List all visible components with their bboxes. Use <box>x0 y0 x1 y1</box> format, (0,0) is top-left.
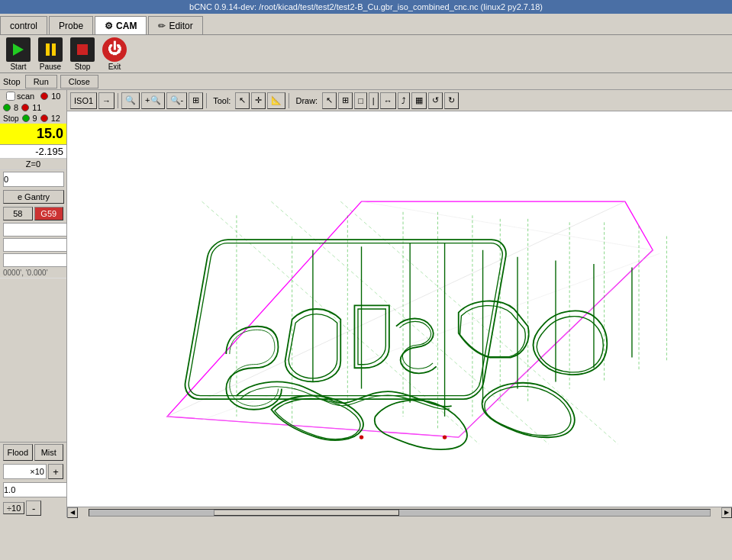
right-content: ISO1 → 🔍 +🔍 🔍- ⊞ Tool: ↖ ✛ 📐 Draw: ↖ ⊞ □… <box>67 90 732 517</box>
scan-row: scan <box>3 91 37 101</box>
flood-mist-row: Flood Mist <box>0 443 66 462</box>
main-canvas <box>67 111 732 507</box>
tab-cam-label: CAM <box>116 21 137 31</box>
start-icon <box>6 37 31 62</box>
svg-rect-0 <box>98 111 701 507</box>
tool-cursor-button[interactable]: ↖ <box>235 92 250 109</box>
tab-editor[interactable]: ✏Editor <box>148 16 202 34</box>
pause-label: Pause <box>40 63 61 71</box>
wcs-g59-button[interactable]: G59 <box>34 207 64 220</box>
led-row-2: 8 11 <box>0 102 66 113</box>
coord-x-display: 15.0 <box>0 124 66 145</box>
svg-point-24 <box>360 435 363 439</box>
pause-button[interactable]: Pause <box>35 36 66 72</box>
tool-cross-button[interactable]: ✛ <box>251 92 266 109</box>
led-8 <box>3 104 11 111</box>
tab-probe-label: Probe <box>59 21 83 31</box>
exit-label: Exit <box>108 63 121 71</box>
step-plus-button[interactable]: + <box>48 464 63 479</box>
mist-button[interactable]: Mist <box>34 444 64 461</box>
play-triangle <box>13 43 24 56</box>
scroll-right-button[interactable]: ▶ <box>721 507 732 518</box>
view-iso1-button[interactable]: ISO1 <box>70 92 97 109</box>
cam-icon: ⚙ <box>105 21 113 31</box>
exit-button[interactable]: ⏻ Exit <box>99 36 130 72</box>
zoom-fit-button[interactable]: 🔍 <box>121 92 140 109</box>
dropdown-3-row: ▼ <box>0 253 66 268</box>
ct-sep-1 <box>118 93 118 108</box>
div-row: ÷10 - <box>0 499 66 517</box>
stop-square <box>77 44 88 55</box>
editor-icon: ✏ <box>158 21 166 31</box>
pause-bars <box>46 43 56 56</box>
draw-fill-button[interactable]: ▦ <box>411 92 427 109</box>
tab-control[interactable]: control <box>0 16 47 34</box>
z-label: Z=0 <box>0 159 66 170</box>
div-minus-button[interactable]: - <box>26 500 41 516</box>
stop-button[interactable]: Stop <box>67 36 98 72</box>
tab-cam[interactable]: ⚙CAM <box>95 16 147 34</box>
dropdown-3-input[interactable] <box>3 253 67 267</box>
led-9 <box>22 114 30 122</box>
coord-input[interactable] <box>3 172 64 187</box>
view-arrow-button[interactable]: → <box>98 92 114 109</box>
zoom-box-button[interactable]: ⊞ <box>189 92 203 109</box>
dropdown-1-input[interactable] <box>3 223 67 237</box>
draw-redo-button[interactable]: ↻ <box>444 92 459 109</box>
run-button[interactable]: Run <box>25 75 57 89</box>
gantry-button[interactable]: e Gantry <box>3 190 64 204</box>
draw-undo-button[interactable]: ↺ <box>428 92 443 109</box>
scroll-thumb[interactable] <box>214 510 400 516</box>
feed-input[interactable] <box>3 482 67 497</box>
draw-line-button[interactable]: | <box>369 92 379 109</box>
h-scrollbar: ◀ ▶ <box>67 507 732 517</box>
draw-move-button[interactable]: ↔ <box>380 92 396 109</box>
close-button[interactable]: Close <box>60 75 98 89</box>
led-row-3: Stop 9 12 <box>0 113 66 124</box>
dropdown-2-input[interactable] <box>3 238 67 252</box>
stop-status-text: Stop <box>3 77 21 86</box>
tab-row: control Probe ⚙CAM ✏Editor <box>0 14 732 35</box>
zoom-in-button[interactable]: +🔍 <box>141 92 164 109</box>
ct-sep-2 <box>206 93 207 108</box>
scan-checkbox[interactable] <box>6 92 15 101</box>
led-11 <box>21 104 29 111</box>
step-x10-label: ×10 <box>30 467 44 476</box>
led-8-val: 8 <box>14 103 18 112</box>
tab-probe[interactable]: Probe <box>49 16 93 34</box>
feed-row: ▼ <box>0 481 66 499</box>
canvas-toolbar: ISO1 → 🔍 +🔍 🔍- ⊞ Tool: ↖ ✛ 📐 Draw: ↖ ⊞ □… <box>67 90 732 111</box>
led-row-1: scan 10 <box>0 90 66 102</box>
tab-editor-label: Editor <box>169 21 192 31</box>
draw-label: Draw: <box>292 96 321 105</box>
draw-rect-button[interactable]: □ <box>354 92 367 109</box>
canvas-area[interactable] <box>67 111 732 507</box>
draw-path-button[interactable]: ⤴ <box>398 92 410 109</box>
scroll-track[interactable] <box>89 509 711 517</box>
draw-grid-button[interactable]: ⊞ <box>338 92 353 109</box>
step-x10-display: ×10 <box>3 464 47 479</box>
zoom-out-button[interactable]: 🔍- <box>166 92 188 109</box>
title-bar: bCNC 0.9.14-dev: /root/kicad/test/test2/… <box>0 0 732 14</box>
start-label: Start <box>10 63 26 71</box>
start-button[interactable]: Start <box>3 36 34 72</box>
wcs-58-button[interactable]: 58 <box>3 207 33 220</box>
stop-label: Stop <box>75 63 91 71</box>
svg-point-25 <box>443 435 447 439</box>
bottom-controls: Flood Mist ×10 + ▼ ÷10 - <box>0 442 66 517</box>
step-x10-row: ×10 + <box>0 462 66 481</box>
wcs-row: 58 G59 <box>0 205 66 222</box>
tool-measure-button[interactable]: 📐 <box>267 92 285 109</box>
tool-label: Tool: <box>210 96 234 105</box>
dropdown-1-row: ▼ <box>0 222 66 237</box>
draw-select-button[interactable]: ↖ <box>322 92 337 109</box>
flood-button[interactable]: Flood <box>3 444 33 461</box>
pause-bar-2 <box>52 43 56 56</box>
scroll-left-button[interactable]: ◀ <box>67 507 78 518</box>
main-layout: scan 10 8 11 Stop 9 12 15.0 -2.195 Z=0 e… <box>0 90 732 517</box>
pause-icon <box>38 37 63 62</box>
tab-control-label: control <box>10 21 37 31</box>
div-label[interactable]: ÷10 <box>3 502 24 514</box>
stop-left-label: Stop <box>3 114 19 123</box>
led-9-val: 9 <box>33 114 37 123</box>
